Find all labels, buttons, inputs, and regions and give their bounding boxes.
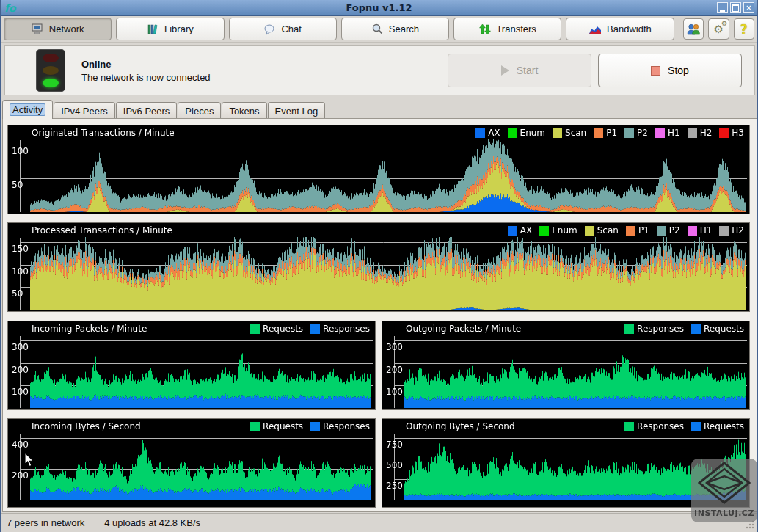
search-button-label: Search [389, 23, 419, 34]
gear-icon: ⚙⚙ [714, 23, 724, 36]
transfers-button[interactable]: Transfers [453, 18, 561, 40]
chart-title: Processed Transactions / Minute [32, 225, 172, 236]
legend-label: Scan [565, 128, 586, 138]
legend-swatch [585, 226, 594, 236]
start-button-label: Start [517, 65, 539, 76]
chart-title: Incoming Bytes / Second [32, 421, 141, 431]
legend-swatch [250, 324, 260, 334]
tab-pieces[interactable]: Pieces [178, 102, 221, 119]
resize-grip[interactable] [745, 520, 755, 530]
close-button[interactable]: × [743, 2, 754, 13]
help-button[interactable]: ? [734, 18, 755, 40]
settings-button[interactable]: ⚙⚙ [708, 18, 729, 40]
legend-swatch [539, 226, 549, 236]
help-icon: ? [740, 22, 748, 37]
legend-label: H1 [668, 128, 680, 138]
legend-label: P2 [637, 128, 648, 138]
legend-item: Requests [250, 324, 303, 334]
legend-swatch [688, 128, 697, 138]
chat-button[interactable]: Chat [229, 18, 337, 40]
traffic-light-icon [36, 49, 65, 92]
legend-label: Responses [637, 421, 684, 431]
legend-label: H2 [732, 225, 744, 236]
legend-item: P2 [624, 128, 648, 138]
incoming-bytes-canvas [8, 419, 375, 507]
view-tabs: Activity IPv4 Peers IPv6 Peers Pieces To… [2, 101, 326, 119]
title-bar: fo Fopnu v1.12 × [1, 0, 757, 16]
tab-ipv4-label: IPv4 Peers [61, 106, 108, 117]
tab-activity-label: Activity [10, 103, 45, 116]
network-icon [32, 23, 44, 35]
legend-item: P2 [657, 225, 680, 236]
legend-label: Responses [323, 421, 370, 431]
legend-label: Responses [637, 324, 684, 334]
chart-title: Outgoing Bytes / Second [406, 421, 515, 431]
legend-label: P1 [638, 225, 649, 236]
legend-item: Requests [691, 324, 744, 334]
search-button[interactable]: Search [341, 18, 449, 40]
chart-legend: RequestsResponses [250, 421, 370, 431]
legend-swatch [508, 226, 517, 236]
legend-label: H3 [732, 128, 744, 138]
legend-item: P1 [594, 128, 617, 138]
legend-item: Enum [539, 225, 577, 236]
traffic-light-amber [43, 66, 59, 75]
library-button-label: Library [164, 23, 194, 34]
network-button-label: Network [49, 23, 84, 34]
chat-icon [263, 23, 276, 35]
chart-legend: AXEnumScanP1P2H1H2H3 [475, 128, 744, 138]
legend-swatch [657, 226, 666, 236]
legend-item: Responses [310, 421, 370, 431]
transfers-button-label: Transfers [496, 23, 536, 34]
legend-swatch [655, 128, 665, 138]
tab-event-log[interactable]: Event Log [268, 102, 326, 119]
stop-button-label: Stop [668, 65, 689, 76]
chart-processed-transactions: Processed Transactions / Minute AXEnumSc… [7, 222, 750, 312]
outgoing-packets-canvas [382, 321, 749, 409]
legend-item: Responses [310, 324, 370, 334]
legend-item: H2 [719, 225, 744, 236]
legend-label: AX [520, 225, 532, 236]
tab-ipv6-peers[interactable]: IPv6 Peers [116, 102, 178, 119]
minimize-button[interactable] [717, 2, 728, 13]
legend-item: Requests [250, 421, 303, 431]
chart-incoming-bytes: Incoming Bytes / Second RequestsResponse… [7, 418, 376, 508]
tab-ipv4-peers[interactable]: IPv4 Peers [54, 102, 115, 119]
stop-icon [651, 66, 660, 76]
legend-label: Scan [597, 225, 619, 236]
bandwidth-icon [588, 24, 602, 34]
legend-item: H1 [688, 225, 713, 236]
outgoing-bytes-canvas [382, 419, 749, 507]
legend-swatch [508, 128, 517, 138]
legend-swatch [624, 422, 634, 431]
connection-status-panel: Online The network is now connected Star… [4, 45, 755, 95]
users-button[interactable] [683, 18, 704, 40]
legend-swatch [475, 128, 485, 138]
legend-label: Requests [704, 421, 744, 431]
legend-label: Enum [552, 225, 577, 236]
users-icon [686, 23, 701, 36]
tab-tokens[interactable]: Tokens [222, 102, 266, 119]
stop-button[interactable]: Stop [598, 54, 742, 87]
maximize-button[interactable] [730, 2, 741, 13]
traffic-light-red [43, 54, 59, 62]
start-button: Start [448, 54, 591, 87]
connection-state: Online [81, 59, 211, 70]
chart-legend: ResponsesRequests [624, 324, 744, 334]
library-button[interactable]: Library [116, 18, 224, 40]
legend-label: P2 [669, 225, 680, 236]
legend-label: Requests [704, 324, 744, 334]
network-button[interactable]: Network [4, 18, 112, 40]
bandwidth-button[interactable]: Bandwidth [566, 18, 674, 40]
legend-swatch [250, 422, 260, 431]
chart-title: Outgoing Packets / Minute [406, 324, 521, 334]
legend-item: H3 [719, 128, 744, 138]
legend-item: Scan [585, 225, 619, 236]
legend-swatch [594, 128, 603, 138]
legend-label: H1 [700, 225, 713, 236]
tab-activity[interactable]: Activity [2, 100, 53, 119]
legend-item: Enum [508, 128, 545, 138]
legend-label: H2 [700, 128, 713, 138]
legend-label: Responses [323, 324, 370, 334]
bandwidth-button-label: Bandwidth [607, 23, 652, 34]
